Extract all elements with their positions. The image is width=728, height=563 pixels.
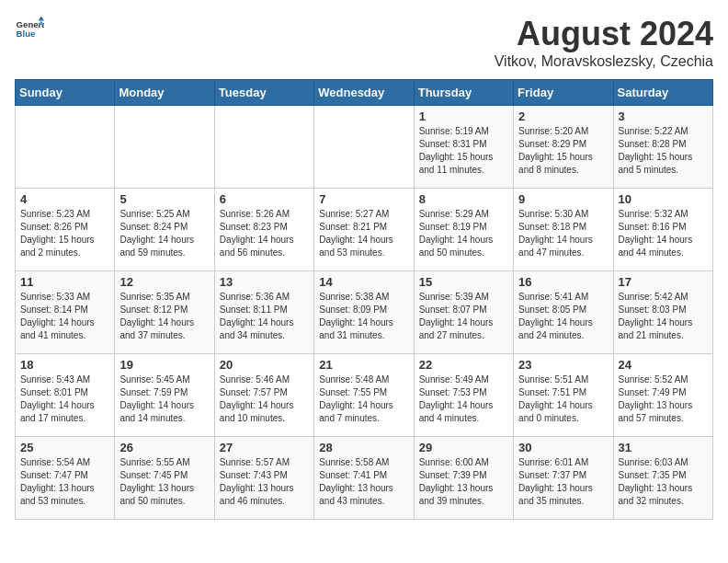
day-info: Sunrise: 5:51 AM Sunset: 7:51 PM Dayligh… [518, 373, 608, 425]
day-number: 19 [119, 358, 209, 372]
day-info: Sunrise: 5:42 AM Sunset: 8:03 PM Dayligh… [619, 291, 708, 342]
calendar-cell: 27Sunrise: 5:57 AM Sunset: 7:43 PM Dayli… [214, 437, 313, 520]
calendar-cell: 31Sunrise: 6:03 AM Sunset: 7:35 PM Dayli… [613, 437, 712, 520]
weekday-header-monday: Monday [115, 80, 214, 106]
day-info: Sunrise: 5:55 AM Sunset: 7:45 PM Dayligh… [119, 456, 209, 508]
day-number: 3 [619, 109, 708, 123]
day-number: 22 [419, 358, 508, 372]
calendar-cell: 5Sunrise: 5:25 AM Sunset: 8:24 PM Daylig… [115, 189, 214, 271]
day-info: Sunrise: 5:30 AM Sunset: 8:18 PM Dayligh… [518, 208, 608, 259]
day-info: Sunrise: 5:43 AM Sunset: 8:01 PM Dayligh… [20, 373, 109, 425]
weekday-header-tuesday: Tuesday [214, 80, 313, 106]
calendar-cell [16, 106, 115, 189]
week-row-1: 1Sunrise: 5:19 AM Sunset: 8:31 PM Daylig… [16, 106, 713, 189]
day-number: 24 [619, 358, 708, 372]
weekday-header-thursday: Thursday [414, 80, 513, 106]
calendar-cell: 14Sunrise: 5:38 AM Sunset: 8:09 PM Dayli… [314, 271, 414, 354]
calendar-cell: 24Sunrise: 5:52 AM Sunset: 7:49 PM Dayli… [613, 354, 712, 437]
day-number: 26 [119, 441, 209, 454]
calendar-cell: 20Sunrise: 5:46 AM Sunset: 7:57 PM Dayli… [214, 354, 313, 437]
day-number: 25 [20, 441, 109, 454]
day-number: 14 [319, 275, 408, 289]
title-section: August 2024 Vitkov, Moravskoslezsky, Cze… [495, 15, 713, 70]
calendar-cell: 17Sunrise: 5:42 AM Sunset: 8:03 PM Dayli… [613, 271, 712, 354]
calendar-cell: 18Sunrise: 5:43 AM Sunset: 8:01 PM Dayli… [16, 354, 115, 437]
calendar-cell: 26Sunrise: 5:55 AM Sunset: 7:45 PM Dayli… [115, 437, 214, 520]
day-info: Sunrise: 5:35 AM Sunset: 8:12 PM Dayligh… [119, 291, 209, 342]
calendar-cell: 11Sunrise: 5:33 AM Sunset: 8:14 PM Dayli… [16, 271, 115, 354]
calendar-cell: 1Sunrise: 5:19 AM Sunset: 8:31 PM Daylig… [414, 106, 513, 189]
day-number: 16 [518, 275, 608, 289]
day-info: Sunrise: 5:38 AM Sunset: 8:09 PM Dayligh… [319, 291, 408, 342]
day-info: Sunrise: 5:54 AM Sunset: 7:47 PM Dayligh… [20, 456, 109, 508]
day-number: 10 [619, 192, 708, 206]
calendar-cell: 7Sunrise: 5:27 AM Sunset: 8:21 PM Daylig… [314, 189, 414, 271]
page-header: General Blue August 2024 Vitkov, Moravsk… [15, 15, 713, 70]
calendar-cell: 30Sunrise: 6:01 AM Sunset: 7:37 PM Dayli… [514, 437, 613, 520]
calendar-cell [115, 106, 214, 189]
day-number: 28 [319, 441, 408, 454]
weekday-header-saturday: Saturday [613, 80, 712, 106]
day-number: 11 [20, 275, 109, 289]
weekday-header-friday: Friday [514, 80, 613, 106]
week-row-5: 25Sunrise: 5:54 AM Sunset: 7:47 PM Dayli… [16, 437, 713, 520]
day-info: Sunrise: 5:23 AM Sunset: 8:26 PM Dayligh… [20, 208, 109, 259]
day-info: Sunrise: 5:48 AM Sunset: 7:55 PM Dayligh… [319, 373, 408, 425]
day-info: Sunrise: 5:46 AM Sunset: 7:57 PM Dayligh… [220, 373, 309, 425]
day-number: 27 [220, 441, 309, 454]
calendar-cell: 10Sunrise: 5:32 AM Sunset: 8:16 PM Dayli… [613, 189, 712, 271]
day-number: 20 [220, 358, 309, 372]
calendar-cell: 3Sunrise: 5:22 AM Sunset: 8:28 PM Daylig… [613, 106, 712, 189]
svg-text:Blue: Blue [17, 29, 36, 39]
calendar-cell: 29Sunrise: 6:00 AM Sunset: 7:39 PM Dayli… [414, 437, 513, 520]
calendar-cell [314, 106, 414, 189]
calendar-cell: 19Sunrise: 5:45 AM Sunset: 7:59 PM Dayli… [115, 354, 214, 437]
day-number: 17 [619, 275, 708, 289]
calendar-cell: 13Sunrise: 5:36 AM Sunset: 8:11 PM Dayli… [214, 271, 313, 354]
day-info: Sunrise: 6:00 AM Sunset: 7:39 PM Dayligh… [419, 456, 508, 508]
calendar-cell: 2Sunrise: 5:20 AM Sunset: 8:29 PM Daylig… [514, 106, 613, 189]
calendar-cell: 21Sunrise: 5:48 AM Sunset: 7:55 PM Dayli… [314, 354, 414, 437]
week-row-4: 18Sunrise: 5:43 AM Sunset: 8:01 PM Dayli… [16, 354, 713, 437]
day-info: Sunrise: 5:33 AM Sunset: 8:14 PM Dayligh… [20, 291, 109, 342]
day-info: Sunrise: 5:20 AM Sunset: 8:29 PM Dayligh… [518, 125, 608, 177]
day-number: 2 [518, 109, 608, 123]
calendar-cell: 28Sunrise: 5:58 AM Sunset: 7:41 PM Dayli… [314, 437, 414, 520]
week-row-2: 4Sunrise: 5:23 AM Sunset: 8:26 PM Daylig… [16, 189, 713, 271]
calendar-cell: 9Sunrise: 5:30 AM Sunset: 8:18 PM Daylig… [514, 189, 613, 271]
calendar-table: SundayMondayTuesdayWednesdayThursdayFrid… [15, 79, 713, 520]
svg-marker-2 [39, 17, 44, 21]
day-info: Sunrise: 5:36 AM Sunset: 8:11 PM Dayligh… [220, 291, 309, 342]
calendar-cell [214, 106, 313, 189]
calendar-cell: 8Sunrise: 5:29 AM Sunset: 8:19 PM Daylig… [414, 189, 513, 271]
day-info: Sunrise: 5:39 AM Sunset: 8:07 PM Dayligh… [419, 291, 508, 342]
day-number: 21 [319, 358, 408, 372]
calendar-cell: 15Sunrise: 5:39 AM Sunset: 8:07 PM Dayli… [414, 271, 513, 354]
day-number: 13 [220, 275, 309, 289]
calendar-cell: 23Sunrise: 5:51 AM Sunset: 7:51 PM Dayli… [514, 354, 613, 437]
calendar-cell: 16Sunrise: 5:41 AM Sunset: 8:05 PM Dayli… [514, 271, 613, 354]
day-number: 30 [518, 441, 608, 454]
day-number: 8 [419, 192, 508, 206]
day-number: 18 [20, 358, 109, 372]
day-info: Sunrise: 5:52 AM Sunset: 7:49 PM Dayligh… [619, 373, 708, 425]
weekday-header-row: SundayMondayTuesdayWednesdayThursdayFrid… [16, 80, 713, 106]
calendar-cell: 22Sunrise: 5:49 AM Sunset: 7:53 PM Dayli… [414, 354, 513, 437]
day-number: 7 [319, 192, 408, 206]
day-info: Sunrise: 6:03 AM Sunset: 7:35 PM Dayligh… [619, 456, 708, 508]
weekday-header-wednesday: Wednesday [314, 80, 414, 106]
calendar-cell: 25Sunrise: 5:54 AM Sunset: 7:47 PM Dayli… [16, 437, 115, 520]
day-number: 6 [220, 192, 309, 206]
day-info: Sunrise: 6:01 AM Sunset: 7:37 PM Dayligh… [518, 456, 608, 508]
month-year-title: August 2024 [495, 15, 713, 53]
day-info: Sunrise: 5:26 AM Sunset: 8:23 PM Dayligh… [220, 208, 309, 259]
day-number: 31 [619, 441, 708, 454]
day-info: Sunrise: 5:57 AM Sunset: 7:43 PM Dayligh… [220, 456, 309, 508]
week-row-3: 11Sunrise: 5:33 AM Sunset: 8:14 PM Dayli… [16, 271, 713, 354]
day-info: Sunrise: 5:32 AM Sunset: 8:16 PM Dayligh… [619, 208, 708, 259]
location-subtitle: Vitkov, Moravskoslezsky, Czechia [495, 53, 713, 70]
day-number: 15 [419, 275, 508, 289]
day-number: 5 [119, 192, 209, 206]
day-number: 4 [20, 192, 109, 206]
day-info: Sunrise: 5:27 AM Sunset: 8:21 PM Dayligh… [319, 208, 408, 259]
